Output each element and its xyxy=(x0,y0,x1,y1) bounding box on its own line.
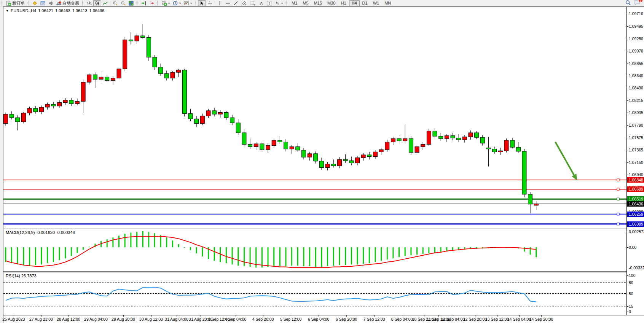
timeframe-m30-button[interactable]: M30 xyxy=(325,0,338,6)
toolbar-grip[interactable] xyxy=(286,1,288,5)
price-tick-label: 1.08640 xyxy=(629,73,643,78)
vertical-line-tool-button[interactable] xyxy=(216,0,224,6)
news-button[interactable] xyxy=(47,0,55,6)
monitor-icon xyxy=(40,1,45,6)
low-value: 1.06413 xyxy=(72,8,88,13)
toolbar-grip[interactable] xyxy=(82,1,84,5)
timeframe-h1-button[interactable]: H1 xyxy=(338,0,349,6)
horizontal-lines[interactable] xyxy=(3,179,626,225)
horizontal-line-icon xyxy=(225,1,230,6)
rsi-axis-label: 50 xyxy=(629,291,633,296)
autotrade-button[interactable]: 自动交易 xyxy=(55,0,81,6)
tick-mark xyxy=(69,315,69,317)
line-handle[interactable] xyxy=(617,213,619,215)
market-button[interactable] xyxy=(31,0,39,6)
time-axis-label: 27 Aug 23:00 xyxy=(29,317,53,321)
toolbar-grip[interactable] xyxy=(28,1,30,5)
new-order-button[interactable]: 新订单 xyxy=(5,0,26,6)
toolbar-grip[interactable] xyxy=(157,1,159,5)
toolbar-grip[interactable] xyxy=(137,1,139,5)
price-tag: 1.06436 xyxy=(627,201,644,207)
tick-mark xyxy=(627,113,628,113)
chevron-down-icon: ▾ xyxy=(168,2,170,5)
tick-mark xyxy=(519,315,520,317)
cursor-tool-button[interactable] xyxy=(198,0,206,6)
chevron-down-icon[interactable]: ▼ xyxy=(6,9,9,13)
tick-mark xyxy=(627,51,628,51)
time-axis[interactable]: 25 Aug 202327 Aug 23:0028 Aug 12:0029 Au… xyxy=(3,315,644,323)
timeframe-m5-button[interactable]: M5 xyxy=(300,0,311,6)
macd-axis-label: -0.003326 xyxy=(629,266,644,270)
crosshair-tool-button[interactable] xyxy=(206,0,214,6)
tick-mark xyxy=(201,315,201,317)
timeframe-mn-button[interactable]: MN xyxy=(382,0,394,6)
text-tool-button[interactable]: A xyxy=(257,0,265,6)
tick-mark xyxy=(177,315,177,317)
chart-shift-icon xyxy=(149,1,154,6)
chevron-down-icon: ▾ xyxy=(190,2,192,5)
trend-arrow[interactable] xyxy=(555,142,577,180)
timeframe-m1-button[interactable]: M1 xyxy=(289,0,300,6)
rsi-pane[interactable] xyxy=(3,272,626,315)
tick-mark xyxy=(497,315,497,317)
main-chart-pane[interactable] xyxy=(3,7,626,228)
timeframe-h4-button[interactable]: H4 xyxy=(349,0,360,6)
zoom-out-button[interactable] xyxy=(119,0,127,6)
toolbar-grip[interactable] xyxy=(2,1,3,5)
new-chart-button[interactable]: ▾ xyxy=(160,0,171,6)
toolbar-separator xyxy=(110,1,110,6)
periods-button[interactable]: ▾ xyxy=(171,0,182,6)
line-handle[interactable] xyxy=(617,198,619,200)
chat-button[interactable]: 1 xyxy=(634,0,640,6)
tick-mark xyxy=(627,312,628,312)
price-tick-label: 1.06940 xyxy=(629,172,643,177)
tick-mark xyxy=(219,315,219,317)
line-chart-icon xyxy=(103,1,108,6)
tick-mark xyxy=(627,268,628,268)
line-chart-button[interactable] xyxy=(101,0,109,6)
bar-chart-button[interactable] xyxy=(85,0,93,6)
price-axis[interactable]: 1.097101.094951.092801.090701.088551.086… xyxy=(626,7,644,315)
tick-mark xyxy=(627,88,628,88)
line-handle[interactable] xyxy=(617,188,619,190)
zoom-in-icon xyxy=(113,1,118,6)
tile-windows-button[interactable] xyxy=(127,0,135,6)
zoom-in-button[interactable] xyxy=(111,0,119,6)
timeframe-w1-button[interactable]: W1 xyxy=(370,0,382,6)
svg-text:E: E xyxy=(245,3,247,6)
tick-mark xyxy=(627,247,628,248)
channel-tool-button[interactable]: E xyxy=(240,0,249,6)
arrows-tool-button[interactable]: ▾ xyxy=(273,0,284,6)
time-axis-label: 14 Sep 20:00 xyxy=(529,317,553,321)
timeframe-m15-button[interactable]: M15 xyxy=(311,0,325,6)
search-icon[interactable] xyxy=(625,0,631,6)
rsi-label: RSI(14) 26.7873 xyxy=(6,274,37,278)
rsi-axis-label: 80 xyxy=(629,280,633,285)
candlestick-series xyxy=(4,24,539,213)
timeframe-group: M1M5M15M30H1H4D1W1MN xyxy=(289,0,394,6)
time-axis-label: 7 Sep 12:00 xyxy=(363,317,385,321)
candlestick-chart-button[interactable] xyxy=(93,0,101,6)
chart-shift-button[interactable] xyxy=(148,0,156,6)
auto-scroll-button[interactable] xyxy=(140,0,148,6)
autotrade-label: 自动交易 xyxy=(62,0,79,6)
timeframe-d1-button[interactable]: D1 xyxy=(360,0,370,6)
time-axis-label: 12 Sep 20:00 xyxy=(463,317,487,321)
tick-mark xyxy=(14,315,14,317)
templates-button[interactable]: ▾ xyxy=(182,0,193,6)
toolbar-grip[interactable] xyxy=(195,1,197,5)
macd-pane[interactable] xyxy=(3,229,626,271)
horizontal-line-tool-button[interactable] xyxy=(224,0,232,6)
tick-mark xyxy=(627,306,628,307)
fibonacci-tool-button[interactable]: F xyxy=(249,0,257,6)
line-handle[interactable] xyxy=(617,223,619,225)
symbol-period-label: EURUSD-,H4 xyxy=(11,8,36,13)
rsi-axis-label: 100 xyxy=(629,273,636,278)
price-tag: 1.06259 xyxy=(627,212,644,217)
price-tag: 1.06089 xyxy=(627,221,644,227)
data-window-button[interactable] xyxy=(39,0,47,6)
text-label-tool-button[interactable]: T xyxy=(265,0,273,6)
tick-mark xyxy=(123,315,124,317)
line-handle[interactable] xyxy=(617,179,619,181)
trendline-tool-button[interactable] xyxy=(232,0,240,6)
